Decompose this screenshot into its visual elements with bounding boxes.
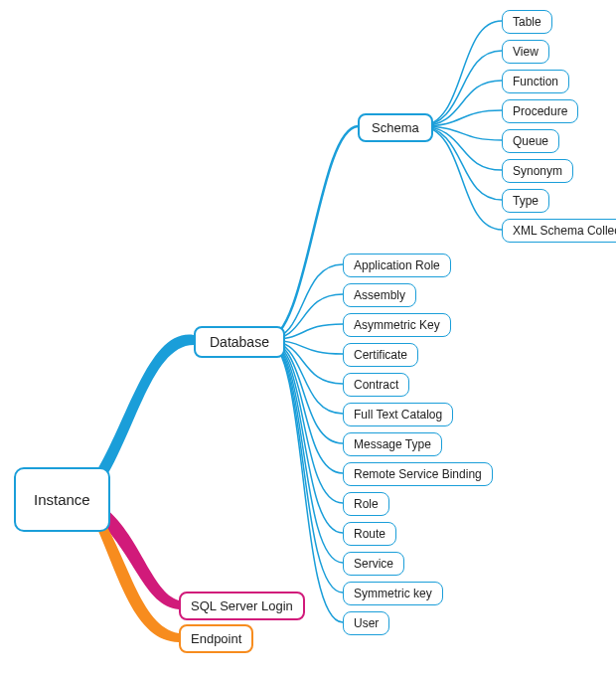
node-label: Instance (34, 491, 90, 508)
node-application-role[interactable]: Application Role (343, 254, 451, 277)
node-queue[interactable]: Queue (502, 129, 559, 153)
node-label: Message Type (354, 437, 431, 451)
node-label: Database (210, 334, 269, 350)
node-function[interactable]: Function (502, 70, 569, 93)
node-sql-server-login[interactable]: SQL Server Login (179, 592, 305, 620)
node-remote-service-binding[interactable]: Remote Service Binding (343, 462, 493, 486)
node-label: Asymmetric Key (354, 318, 440, 332)
node-procedure[interactable]: Procedure (502, 99, 578, 123)
node-xml-schema-collection[interactable]: XML Schema Collection (502, 219, 616, 243)
node-label: Role (354, 497, 379, 511)
node-message-type[interactable]: Message Type (343, 432, 442, 456)
node-label: SQL Server Login (191, 598, 293, 613)
node-assembly[interactable]: Assembly (343, 283, 416, 307)
node-label: Route (354, 527, 385, 541)
node-table[interactable]: Table (502, 10, 552, 34)
node-label: Service (354, 557, 393, 571)
node-label: View (513, 45, 539, 59)
node-label: Certificate (354, 348, 407, 362)
node-role[interactable]: Role (343, 492, 389, 516)
node-schema[interactable]: Schema (358, 113, 433, 142)
node-full-text-catalog[interactable]: Full Text Catalog (343, 403, 453, 426)
node-contract[interactable]: Contract (343, 373, 409, 397)
node-label: Function (513, 75, 558, 88)
node-label: Application Role (354, 258, 440, 272)
node-label: XML Schema Collection (513, 224, 616, 238)
node-instance[interactable]: Instance (14, 467, 110, 532)
node-service[interactable]: Service (343, 552, 404, 576)
node-label: Schema (372, 120, 419, 135)
node-route[interactable]: Route (343, 522, 396, 546)
node-label: Synonym (513, 164, 562, 178)
node-endpoint[interactable]: Endpoint (179, 624, 253, 653)
node-type[interactable]: Type (502, 189, 549, 213)
node-view[interactable]: View (502, 40, 549, 64)
node-label: Contract (354, 378, 398, 392)
node-user[interactable]: User (343, 611, 389, 635)
node-label: Full Text Catalog (354, 408, 442, 422)
node-certificate[interactable]: Certificate (343, 343, 418, 367)
node-database[interactable]: Database (194, 326, 285, 358)
node-label: Table (513, 15, 541, 29)
node-symmetric-key[interactable]: Symmetric key (343, 582, 443, 605)
node-label: Queue (513, 134, 548, 148)
node-asymmetric-key[interactable]: Asymmetric Key (343, 313, 451, 337)
node-label: Assembly (354, 288, 405, 302)
node-label: User (354, 616, 379, 630)
node-label: Type (513, 194, 539, 208)
node-label: Endpoint (191, 631, 241, 646)
node-label: Remote Service Binding (354, 467, 482, 481)
node-label: Procedure (513, 104, 567, 118)
node-synonym[interactable]: Synonym (502, 159, 573, 183)
node-label: Symmetric key (354, 587, 432, 600)
